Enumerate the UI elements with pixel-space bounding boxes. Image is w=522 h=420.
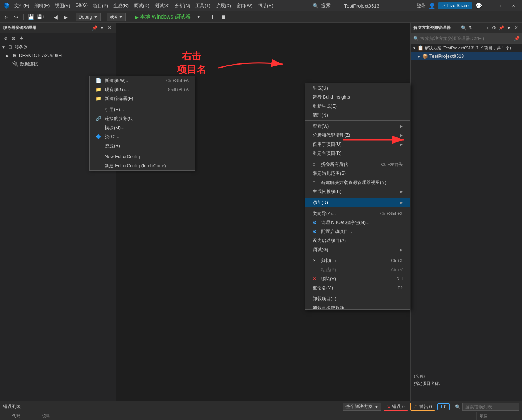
new-item-icon: 📄 (96, 78, 102, 83)
ctx-run-build-insights[interactable]: 运行 Build Insights (305, 93, 410, 102)
submenu-new-filter[interactable]: 📁 新建筛选器(F) (90, 94, 195, 103)
new-view-icon: □ (313, 180, 319, 185)
menu-git[interactable]: Git(G) (73, 2, 90, 10)
ctx-cut[interactable]: ✂ 剪切(T) Ctrl+X (305, 256, 410, 265)
menu-window[interactable]: 窗口(W) (234, 2, 255, 10)
server-explorer-close[interactable]: ✕ (106, 25, 113, 31)
ctx-rebuild[interactable]: 重新生成(E) (305, 102, 410, 111)
submenu-reference[interactable]: 引用(R)... (90, 105, 195, 114)
ctx-paste[interactable]: □ 粘贴(P) Ctrl+V (305, 265, 410, 274)
toolbar-sep1 (23, 14, 24, 20)
minimize-button[interactable]: ─ (485, 2, 496, 9)
menu-file[interactable]: 文件(F) (12, 2, 31, 10)
ctx-add[interactable]: 添加(D) ▶ (305, 198, 410, 207)
submenu-new-item[interactable]: 📄 新建项(W)... Ctrl+Shift+A (90, 76, 195, 85)
tree-item-server[interactable]: ▼ 🖥 服务器 (0, 43, 116, 51)
toolbar-save-all[interactable]: 💾+ (37, 13, 45, 21)
resource-label: 资源(R)... (105, 143, 124, 149)
platform-dropdown[interactable]: x64 ▼ (107, 13, 125, 21)
server-explorer-pin[interactable]: 📌 (91, 25, 98, 31)
ctx-load-direct[interactable]: 加载直接依赖项 (305, 303, 410, 310)
liveshare-button[interactable]: ↗ Live Share (438, 2, 472, 9)
ctx-unload[interactable]: 卸载项目(L) (305, 294, 410, 303)
ctx-nuget[interactable]: ⚙ 管理 NuGet 程序包(N)... (305, 218, 410, 227)
tree-item-desktop[interactable]: ▶ 🖥 DESKTOP-A2U998H (0, 51, 116, 60)
toolbar-redo[interactable]: ↪ (12, 13, 20, 21)
ctx-set-startup[interactable]: 设为启动项目(A) (305, 236, 410, 245)
ctx-view[interactable]: 查看(W) ▶ (305, 122, 410, 131)
ctx-collapse[interactable]: □ 折叠所有后代 Ctrl+左箭头 (305, 160, 410, 169)
sol-settings-icon[interactable]: ⚙ (490, 25, 497, 31)
menu-edit[interactable]: 编辑(E) (32, 2, 52, 10)
ctx-clean[interactable]: 清理(N) (305, 111, 410, 120)
menu-analyze[interactable]: 分析(N) (173, 2, 193, 10)
menu-test[interactable]: 测试(S) (152, 2, 172, 10)
sol-refresh-icon[interactable]: ↻ (468, 25, 474, 31)
warning-count-badge[interactable]: ⚠ 警告 0 (410, 403, 435, 411)
ctx-dependencies[interactable]: 生成依赖项(B) ▶ (305, 187, 410, 196)
menu-tools[interactable]: 工具(T) (193, 2, 212, 10)
col-code[interactable]: 代码 (9, 412, 39, 420)
debug-mode-dropdown[interactable]: Debug ▼ (76, 13, 101, 21)
connect-icon[interactable]: ⊕ (10, 35, 17, 42)
submenu-new-editorconfig-intellicode[interactable]: 新建 EditorConfig (IntelliCode) (90, 161, 195, 170)
run-dropdown-btn[interactable]: ▼ (194, 13, 203, 21)
info-count-badge[interactable]: ℹ 0 (437, 403, 450, 410)
toolbar-forward[interactable]: ▶ (61, 13, 70, 21)
properties-panel: (名称) 指定项目名称。 (411, 371, 522, 401)
connect-db-icon[interactable]: 🗄 (18, 35, 25, 42)
server-explorer-dropdown[interactable]: ▼ (99, 25, 105, 31)
solution-search-input[interactable] (420, 36, 513, 41)
refresh-icon[interactable]: ↻ (2, 35, 9, 42)
ctx-debug[interactable]: 调试(G) ▶ (305, 245, 410, 254)
toolbar-more1[interactable]: ⏸ (209, 13, 217, 21)
error-count-badge[interactable]: ✕ 错误 0 (384, 403, 408, 411)
menu-debug[interactable]: 调试(D) (132, 2, 152, 10)
submenu-module[interactable]: 模块(M)... (90, 123, 195, 132)
ctx-scope[interactable]: 限定为此范围(S) (305, 169, 410, 178)
restore-button[interactable]: □ (496, 2, 508, 9)
submenu-class[interactable]: 🔷 类(C)... (90, 132, 195, 141)
submenu-resource[interactable]: 资源(R)... (90, 141, 195, 150)
menu-extensions[interactable]: 扩展(X) (214, 2, 233, 10)
ctx-analyze[interactable]: 分析和代码清理(Z) ▶ (305, 131, 410, 140)
error-search-input[interactable] (462, 403, 519, 411)
ctx-scope-label: 限定为此范围(S) (313, 170, 346, 177)
col-project[interactable]: 项目 (477, 412, 522, 420)
ctx-new-view[interactable]: □ 新建解决方案资源管理器视图(N) (305, 178, 410, 187)
ctx-configure-startup[interactable]: ⚙ 配置启动项目... (305, 227, 410, 236)
sol-dots-icon[interactable]: … (475, 25, 482, 31)
sol-dropdown-icon[interactable]: ▼ (505, 25, 512, 31)
toolbar-save[interactable]: 💾 (27, 13, 35, 21)
warning-num: 0 (429, 404, 432, 409)
menu-view[interactable]: 视图(V) (53, 2, 72, 10)
ctx-rename[interactable]: 重命名(M) F2 (305, 283, 410, 292)
submenu-new-editorconfig[interactable]: New EditorConfig (90, 152, 195, 161)
solution-node[interactable]: ▼ 📋 解决方案 'TestProject0513' (1 个项目，共 1 个) (411, 44, 522, 52)
ctx-retarget[interactable]: 重定向项目(R) (305, 149, 410, 158)
tree-item-dataconnection[interactable]: 🔌 数据连接 (0, 60, 116, 68)
run-button[interactable]: ▶ 本地 Windows 调试器 (132, 13, 193, 21)
ctx-class-wizard[interactable]: 类向导(Z)... Ctrl+Shift+X (305, 209, 410, 218)
ctx-remove[interactable]: ✕ 移除(V) Del (305, 274, 410, 283)
sol-pin-icon[interactable]: 📌 (498, 25, 505, 31)
ctx-build[interactable]: 生成(U) (305, 83, 410, 93)
sol-search-icon[interactable]: 🔍 (460, 25, 467, 31)
login-label[interactable]: 登录 (417, 3, 426, 9)
solution-search-bar[interactable]: 🔍 📌 (411, 33, 522, 44)
toolbar-more2[interactable]: ⏹ (219, 13, 227, 21)
sol-close-icon[interactable]: ✕ (513, 25, 520, 31)
submenu-existing-item[interactable]: 📁 现有项(G)... Shift+Alt+A (90, 85, 195, 94)
submenu-connected-service[interactable]: 🔗 连接的服务(C) (90, 114, 195, 123)
project-node[interactable]: ▼ 📦 TestProject0513 (411, 52, 522, 60)
col-desc[interactable]: 说明 (39, 412, 477, 420)
toolbar-undo[interactable]: ↩ (2, 13, 11, 21)
toolbar-back[interactable]: ◀ (51, 13, 60, 21)
ctx-project-only[interactable]: 仅用于项目(U) ▶ (305, 140, 410, 149)
sol-window-icon[interactable]: □ (483, 25, 489, 31)
menu-build[interactable]: 生成(B) (111, 2, 131, 10)
menu-help[interactable]: 帮助(H) (256, 2, 276, 10)
error-filter-dropdown[interactable]: 整个解决方案 ▼ (343, 403, 381, 411)
menu-project[interactable]: 项目(P) (91, 2, 110, 10)
close-button[interactable]: ✕ (508, 2, 519, 9)
